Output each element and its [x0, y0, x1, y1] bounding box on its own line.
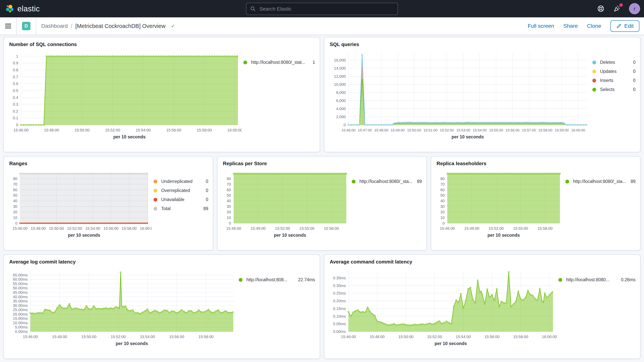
legend-swatch — [592, 79, 596, 82]
legend-label: http://localhost:8080/_sta... — [573, 179, 628, 184]
legend-item[interactable]: http://localhost:808...22.74ms — [239, 277, 315, 282]
svg-text:20: 20 — [227, 210, 231, 214]
kibana-app: elastic — [0, 0, 644, 362]
legend-item[interactable]: http://localhost:8080/_stat...1 — [243, 60, 315, 65]
chart-replicas-per-store[interactable]: 0102030405060708015:46:0015:49:0015:52:0… — [222, 168, 350, 240]
panel-title: Average command commit latency — [330, 259, 636, 265]
legend-value: 0 — [206, 179, 208, 184]
svg-text:15:49:00: 15:49:00 — [391, 128, 404, 132]
legend-value: 89 — [417, 179, 422, 184]
svg-text:per 10 seconds: per 10 seconds — [488, 233, 520, 238]
svg-text:2,000: 2,000 — [336, 115, 346, 119]
svg-text:50: 50 — [440, 193, 445, 198]
chart-sql-queries[interactable]: 02,0004,0006,0008,00010,00012,00014,0001… — [329, 49, 591, 141]
chart-average-command-commit-latency[interactable]: 0.00ms0.05ms0.10ms0.15ms0.20ms0.25ms0.30… — [329, 266, 557, 348]
menu-button[interactable] — [0, 17, 16, 35]
svg-text:0.00ms: 0.00ms — [15, 330, 28, 334]
legend-value: 0 — [633, 60, 636, 65]
svg-text:15:58:00: 15:58:00 — [197, 128, 212, 132]
legend-label: Underreplicated — [161, 179, 204, 184]
legend-item[interactable]: Overreplicated0 — [154, 188, 208, 193]
svg-text:15:52:00: 15:52:00 — [111, 335, 126, 339]
search-input[interactable] — [259, 6, 398, 12]
share-button[interactable]: Share — [564, 23, 578, 29]
svg-text:80: 80 — [13, 176, 17, 181]
newsfeed-button[interactable] — [613, 4, 621, 13]
legend-label: Unavailable — [161, 197, 204, 202]
dashboard-app-badge: D — [22, 22, 30, 30]
legend-item[interactable]: Inserts0 — [592, 78, 636, 83]
help-button[interactable] — [596, 4, 605, 13]
svg-text:6,000: 6,000 — [336, 98, 346, 103]
svg-text:15:58:00: 15:58:00 — [538, 226, 552, 230]
svg-text:15:46:00: 15:46:00 — [342, 128, 355, 132]
legend-label: http://localhost:8080/_sta... — [360, 179, 414, 184]
svg-text:15:52:00: 15:52:00 — [67, 226, 82, 230]
legend-item[interactable]: http://localhost:8080/_sta...89 — [565, 179, 636, 184]
legend-item[interactable]: Selects0 — [592, 87, 636, 92]
chart-replica-leaseholders[interactable]: 0102030405060708015:46:0015:49:0015:52:0… — [436, 168, 564, 240]
clone-button[interactable]: Clone — [587, 23, 601, 29]
svg-text:15:49:00: 15:49:00 — [251, 226, 266, 230]
svg-text:30: 30 — [13, 204, 17, 208]
svg-text:15:58:00: 15:58:00 — [538, 128, 552, 132]
svg-text:30: 30 — [227, 204, 231, 208]
legend-average-log-commit-latency: http://localhost:808...22.74ms — [237, 266, 315, 356]
svg-text:15:55:00: 15:55:00 — [489, 128, 503, 132]
top-header: elastic — [0, 0, 644, 17]
title-check-icon[interactable]: ✓ — [171, 23, 175, 29]
svg-text:15:54:00: 15:54:00 — [140, 335, 155, 339]
full-screen-button[interactable]: Full screen — [528, 23, 554, 29]
panel-title: Average log commit latency — [9, 259, 315, 265]
legend-average-command-commit-latency: http://localhost:8080...0.26ms — [557, 266, 636, 356]
svg-text:0.6: 0.6 — [13, 82, 18, 86]
legend-swatch — [154, 207, 157, 211]
toolbar: D Dashboard / [Metricbeat CockroachDB] O… — [0, 17, 644, 35]
svg-text:40.00ms: 40.00ms — [13, 295, 28, 299]
chart-ranges[interactable]: 0102030405060708015:46:0015:48:0015:50:0… — [8, 168, 152, 240]
legend-item[interactable]: Unavailable0 — [154, 197, 208, 202]
header-actions: r — [596, 0, 640, 17]
svg-text:0.10ms: 0.10ms — [333, 314, 346, 318]
svg-text:0.9: 0.9 — [13, 61, 18, 65]
svg-text:0.35ms: 0.35ms — [333, 276, 346, 280]
svg-text:20.00ms: 20.00ms — [13, 312, 28, 316]
svg-text:15:46:00: 15:46:00 — [23, 335, 38, 339]
svg-text:16:00:00: 16:00:00 — [542, 335, 557, 339]
elastic-brand[interactable]: elastic — [0, 4, 40, 13]
edit-button[interactable]: Edit — [610, 20, 639, 32]
panel-average-command-commit-latency: Average command commit latency 0.00ms0.0… — [324, 254, 640, 359]
svg-text:10: 10 — [440, 216, 445, 220]
svg-text:15:54:00: 15:54:00 — [473, 128, 487, 132]
svg-text:15:46:00: 15:46:00 — [440, 226, 455, 230]
svg-text:0.20ms: 0.20ms — [333, 299, 346, 303]
chart-average-log-commit-latency[interactable]: 0.00ms5.00ms10.00ms15.00ms20.00ms25.00ms… — [8, 266, 237, 348]
svg-text:0.7: 0.7 — [13, 75, 18, 79]
svg-text:15:59:00: 15:59:00 — [555, 128, 568, 132]
breadcrumb-dashboard-link[interactable]: Dashboard — [41, 23, 68, 29]
legend-item[interactable]: Deletes0 — [592, 60, 636, 65]
legend-value: 22.74ms — [298, 277, 315, 282]
svg-text:16,000: 16,000 — [334, 58, 346, 62]
svg-text:15:46:00: 15:46:00 — [12, 226, 28, 230]
svg-text:per 10 seconds: per 10 seconds — [68, 233, 100, 238]
svg-text:15:48:00: 15:48:00 — [44, 128, 59, 132]
global-search[interactable] — [246, 3, 398, 15]
legend-item[interactable]: Updates0 — [592, 69, 636, 74]
legend-item[interactable]: Total89 — [154, 206, 208, 211]
svg-text:15:48:00: 15:48:00 — [370, 335, 385, 339]
svg-text:15:48:00: 15:48:00 — [31, 226, 46, 230]
svg-text:0.4: 0.4 — [13, 96, 18, 100]
chart-number-of-sql-connections[interactable]: 00.10.20.30.40.50.60.70.80.9115:46:0015:… — [8, 49, 242, 141]
legend-item[interactable]: http://localhost:8080...0.26ms — [558, 277, 636, 282]
svg-text:10,000: 10,000 — [334, 82, 346, 86]
legend-item[interactable]: http://localhost:8080/_sta...89 — [352, 179, 422, 184]
legend-swatch — [154, 198, 157, 202]
user-avatar[interactable]: r — [629, 3, 640, 14]
svg-text:15:56:00: 15:56:00 — [484, 335, 500, 339]
legend-item[interactable]: Underreplicated0 — [154, 179, 208, 184]
legend-label: Deletes — [600, 60, 631, 65]
svg-text:50: 50 — [227, 193, 231, 198]
svg-text:per 10 seconds: per 10 seconds — [113, 134, 146, 139]
svg-text:60.00ms: 60.00ms — [13, 277, 28, 282]
